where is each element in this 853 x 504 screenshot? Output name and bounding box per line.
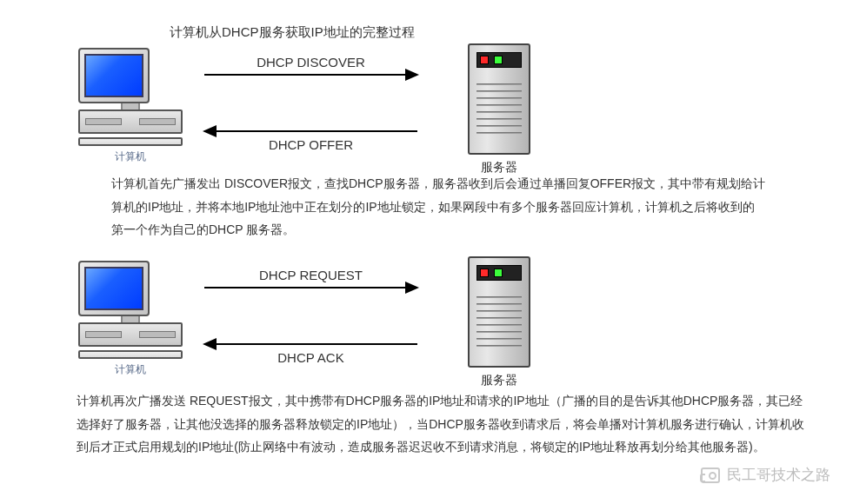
server-label: 服务器 (468, 373, 530, 388)
watermark: 民工哥技术之路 (701, 465, 830, 485)
diagram-request-ack: 计算机 DHCP REQUEST DHCP ACK 服务器 (78, 261, 530, 378)
arrow-ack: DHCP ACK (204, 343, 417, 345)
arrow-label: DHCP DISCOVER (204, 55, 417, 70)
computer-icon: 计算机 (78, 48, 183, 164)
explanation-paragraph-2: 计算机再次广播发送 REQUEST报文，其中携带有DHCP服务器的IP地址和请求… (77, 389, 806, 459)
explanation-paragraph-1: 计算机首先广播发出 DISCOVER报文，查找DHCP服务器，服务器收到后会通过… (111, 172, 766, 242)
computer-label: 计算机 (78, 362, 183, 377)
wechat-icon (701, 468, 720, 483)
arrow-request: DHCP REQUEST (204, 287, 417, 288)
arrow-label: DHCP REQUEST (204, 268, 417, 282)
arrow-offer: DHCP OFFER (204, 130, 417, 132)
arrow-label: DHCP OFFER (204, 137, 417, 152)
server-icon: 服务器 (468, 43, 530, 176)
diagram-discover-offer: 计算机 DHCP DISCOVER DHCP OFFER 服务器 (78, 48, 530, 165)
page-title: 计算机从DHCP服务获取IP地址的完整过程 (170, 24, 415, 41)
server-icon: 服务器 (468, 256, 530, 388)
watermark-text: 民工哥技术之路 (727, 465, 830, 485)
arrow-discover: DHCP DISCOVER (204, 74, 417, 76)
arrow-label: DHCP ACK (204, 350, 417, 365)
computer-label: 计算机 (78, 149, 183, 164)
computer-icon: 计算机 (78, 261, 183, 377)
